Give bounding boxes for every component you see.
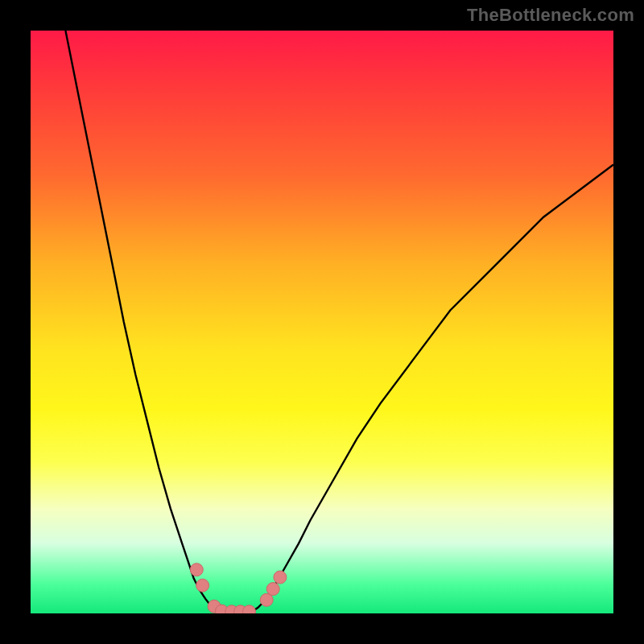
data-marker [196,579,209,592]
chart-frame: TheBottleneck.com [0,0,644,644]
chart-svg [31,31,613,613]
left-curve [65,31,217,612]
right-curve [252,165,613,612]
plot-area [31,31,613,613]
watermark-text: TheBottleneck.com [467,5,634,26]
markers-group [190,564,287,613]
data-marker [190,564,203,576]
data-marker [266,583,279,596]
data-marker [274,571,287,584]
